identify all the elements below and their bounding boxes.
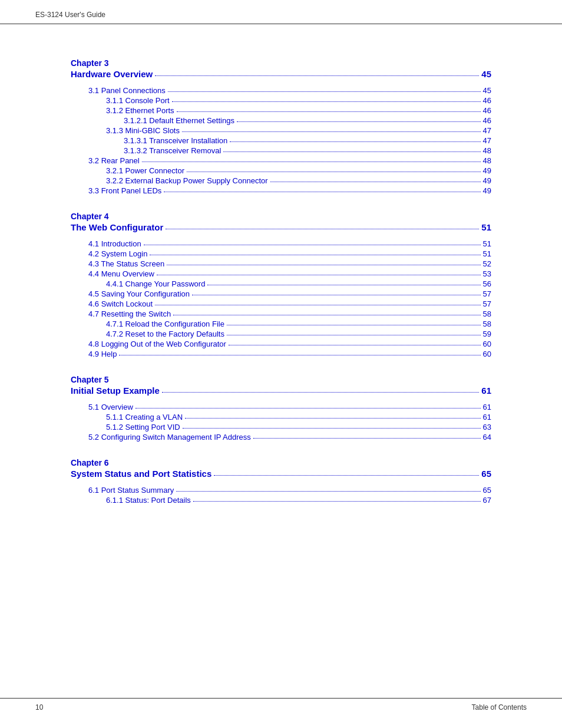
toc-entry-dots xyxy=(192,295,481,295)
toc-entry-page: 53 xyxy=(483,269,491,278)
toc-entry[interactable]: 5.1.1 Creating a VLAN61 xyxy=(71,413,491,421)
toc-entry-dots xyxy=(119,355,480,355)
toc-entry[interactable]: 6.1.1 Status: Port Details67 xyxy=(71,496,491,505)
toc-entry[interactable]: 4.3 The Status Screen52 xyxy=(71,259,491,268)
toc-entry-page: 60 xyxy=(483,340,491,348)
toc-entry-dots xyxy=(270,182,481,182)
toc-entry-label: 5.1.2 Setting Port VID xyxy=(106,423,180,431)
toc-entry[interactable]: 3.3 Front Panel LEDs49 xyxy=(71,186,491,195)
chapter-dots xyxy=(214,475,479,476)
toc-entry[interactable]: 3.2 Rear Panel48 xyxy=(71,156,491,165)
page: ES-3124 User's Guide Chapter 3Hardware O… xyxy=(0,0,562,728)
toc-entry-page: 65 xyxy=(483,486,491,495)
toc-entry[interactable]: 3.1.2 Ethernet Ports46 xyxy=(71,106,491,115)
toc-entry[interactable]: 4.2 System Login51 xyxy=(71,249,491,258)
toc-entry-dots xyxy=(229,345,481,345)
toc-entry[interactable]: 3.2.1 Power Connector49 xyxy=(71,166,491,175)
toc-entry-label: 4.4.1 Change Your Password xyxy=(106,279,205,288)
chapter-title-ch6[interactable]: System Status and Port Statistics65 xyxy=(71,469,491,479)
toc-entry-page: 47 xyxy=(483,136,491,145)
toc-entry-dots xyxy=(227,325,481,325)
toc-entry-dots xyxy=(155,305,480,305)
toc-entry-label: 4.4 Menu Overview xyxy=(88,269,154,278)
toc-entry-label: 3.2.1 Power Connector xyxy=(106,166,184,175)
chapter-dots xyxy=(166,229,479,229)
toc-entry-dots xyxy=(150,255,480,255)
toc-entry-label: 4.3 The Status Screen xyxy=(88,259,164,268)
toc-entry[interactable]: 3.1.2.1 Default Ethernet Settings46 xyxy=(71,116,491,125)
toc-entry-page: 48 xyxy=(483,146,491,155)
toc-entry-dots xyxy=(207,285,480,285)
chapter-title-ch3[interactable]: Hardware Overview45 xyxy=(71,69,491,79)
toc-entry-dots xyxy=(182,131,481,132)
toc-entry[interactable]: 4.9 Help60 xyxy=(71,350,491,358)
toc-entry-page: 46 xyxy=(483,106,491,115)
toc-entry-label: 3.2 Rear Panel xyxy=(88,156,140,165)
toc-entry[interactable]: 4.5 Saving Your Configuration57 xyxy=(71,289,491,298)
toc-entry-label: 5.2 Configuring Switch Management IP Add… xyxy=(88,433,251,442)
toc-entry-dots xyxy=(173,315,480,315)
toc-entry-label: 3.1.3.2 Transceiver Removal xyxy=(124,146,221,155)
toc-entry[interactable]: 4.7.1 Reload the Configuration File58 xyxy=(71,319,491,328)
chapter-label-ch4: Chapter 4 xyxy=(71,212,491,221)
toc-entry-page: 49 xyxy=(483,186,491,195)
toc-entry-label: 6.1.1 Status: Port Details xyxy=(106,496,191,505)
footer-section: Table of Contents xyxy=(472,703,527,711)
toc-entry-label: 6.1 Port Status Summary xyxy=(88,486,174,495)
toc-entry[interactable]: 3.1.3 Mini-GBIC Slots47 xyxy=(71,126,491,135)
toc-entry[interactable]: 3.1.3.2 Transceiver Removal48 xyxy=(71,146,491,155)
toc-entry[interactable]: 4.4 Menu Overview53 xyxy=(71,269,491,278)
toc-entry-dots xyxy=(187,172,481,172)
toc-entry[interactable]: 4.7 Resetting the Switch58 xyxy=(71,309,491,318)
page-header: ES-3124 User's Guide xyxy=(0,0,562,24)
toc-entry[interactable]: 3.1 Panel Connections45 xyxy=(71,86,491,95)
toc-entry-page: 58 xyxy=(483,309,491,318)
toc-entry-label: 4.8 Logging Out of the Web Configurator xyxy=(88,340,226,348)
toc-entry-dots xyxy=(142,162,481,162)
toc-entry-label: 4.7.1 Reload the Configuration File xyxy=(106,319,224,328)
toc-entry-label: 5.1.1 Creating a VLAN xyxy=(106,413,183,421)
toc-entry-page: 46 xyxy=(483,96,491,105)
chapter-title-ch5[interactable]: Initial Setup Example61 xyxy=(71,386,491,396)
toc-entry[interactable]: 3.2.2 External Backup Power Supply Conne… xyxy=(71,176,491,185)
toc-entry-dots xyxy=(253,438,481,439)
toc-entry-dots xyxy=(185,418,480,419)
toc-entry[interactable]: 4.4.1 Change Your Password56 xyxy=(71,279,491,288)
toc-entry[interactable]: 3.1.1 Console Port46 xyxy=(71,96,491,105)
toc-entry[interactable]: 4.7.2 Reset to the Factory Defaults59 xyxy=(71,330,491,338)
toc-entry[interactable]: 3.1.3.1 Transceiver Installation47 xyxy=(71,136,491,145)
page-footer: 10 Table of Contents xyxy=(0,698,562,716)
toc-entry[interactable]: 5.2 Configuring Switch Management IP Add… xyxy=(71,433,491,442)
toc-entry-dots xyxy=(167,265,480,265)
toc-entry-label: 3.1 Panel Connections xyxy=(88,86,166,95)
toc-entry-page: 57 xyxy=(483,289,491,298)
toc-entry-page: 45 xyxy=(483,86,491,95)
toc-entry-dots xyxy=(176,491,480,492)
toc-entry[interactable]: 5.1.2 Setting Port VID63 xyxy=(71,423,491,431)
toc-entry-dots xyxy=(177,111,481,112)
toc-entry[interactable]: 5.1 Overview61 xyxy=(71,403,491,411)
chapter-page-number: 61 xyxy=(481,386,491,396)
toc-entry-dots xyxy=(183,428,481,429)
toc-entry-dots xyxy=(157,275,481,275)
toc-entry[interactable]: 4.6 Switch Lockout57 xyxy=(71,299,491,308)
toc-entry-label: 4.9 Help xyxy=(88,350,117,358)
toc-entry[interactable]: 4.8 Logging Out of the Web Configurator6… xyxy=(71,340,491,348)
chapter-label-ch5: Chapter 5 xyxy=(71,375,491,384)
chapter-page-number: 45 xyxy=(481,69,491,79)
toc-entry-label: 3.1.2.1 Default Ethernet Settings xyxy=(124,116,234,125)
toc-entry-label: 4.7 Resetting the Switch xyxy=(88,309,171,318)
toc-entry-page: 58 xyxy=(483,319,491,328)
toc-entry-dots xyxy=(237,121,481,122)
toc-entry-page: 52 xyxy=(483,259,491,268)
toc-entry[interactable]: 6.1 Port Status Summary65 xyxy=(71,486,491,495)
chapter-title-ch4[interactable]: The Web Configurator51 xyxy=(71,222,491,232)
chapter-title-text: Initial Setup Example xyxy=(71,386,160,396)
chapter-dots xyxy=(155,75,479,76)
toc-entry-dots xyxy=(144,245,481,245)
toc-entry-dots xyxy=(164,192,480,192)
toc-entry-page: 47 xyxy=(483,126,491,135)
toc-entry-page: 61 xyxy=(483,413,491,421)
chapter-label-ch3: Chapter 3 xyxy=(71,58,491,68)
toc-entry[interactable]: 4.1 Introduction51 xyxy=(71,239,491,248)
